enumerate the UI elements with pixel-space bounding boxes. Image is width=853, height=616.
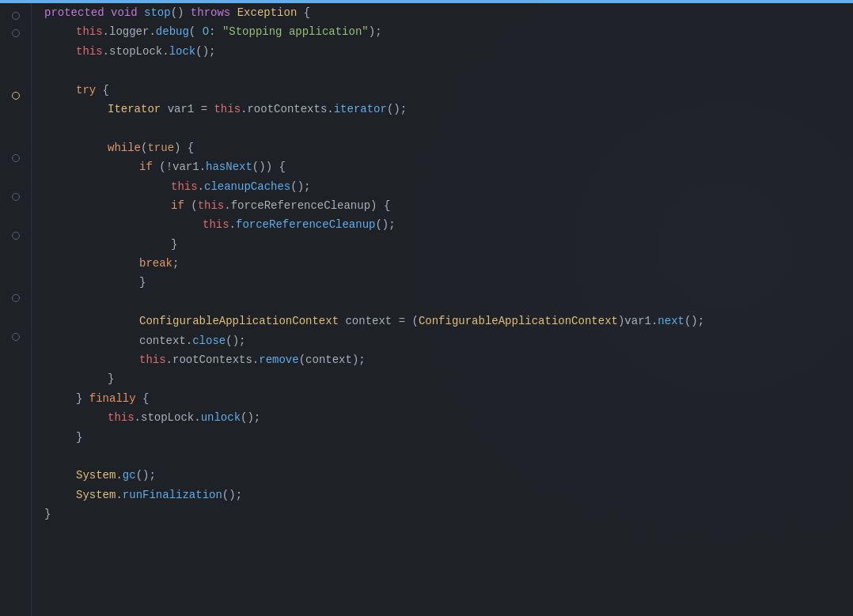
token-semi7: ();	[684, 312, 704, 330]
token-debug: debug	[156, 23, 189, 40]
token-dot10: .	[229, 216, 236, 233]
token-var1-3: var1	[624, 312, 651, 330]
token-this6: this	[203, 216, 229, 233]
token-dot13: .	[166, 351, 172, 368]
token-dot9: .	[224, 197, 230, 214]
top-bar	[0, 0, 853, 3]
code-line-15: }	[44, 273, 853, 292]
token-dot14: .	[252, 351, 259, 368]
code-line-18: context.close();	[44, 331, 853, 350]
token-paren10: (	[299, 351, 305, 368]
token-if1: if	[139, 158, 159, 176]
token-semi1: );	[369, 23, 382, 40]
token-stop: stop	[144, 4, 171, 21]
token-not: !	[166, 158, 172, 176]
token-dot11: .	[651, 312, 658, 330]
gutter-icon-2	[9, 27, 22, 40]
token-void: void	[111, 4, 144, 21]
token-next: next	[658, 312, 684, 330]
token-brace-final: }	[44, 505, 51, 523]
token-dot7: .	[199, 158, 206, 176]
token-protected: protected	[44, 4, 111, 21]
code-line-23: }	[44, 428, 853, 447]
token-dot15: .	[135, 409, 141, 426]
token-colon1: :	[209, 23, 222, 40]
token-dot3: .	[103, 43, 109, 60]
token-dot6: .	[327, 100, 333, 118]
token-brace5: }	[139, 274, 146, 291]
token-this7: this	[139, 351, 166, 368]
token-cleanupcaches: cleanupCaches	[204, 178, 290, 195]
token-finally: finally	[89, 390, 142, 407]
token-dot5: .	[241, 100, 247, 118]
token-iterator: Iterator	[108, 100, 168, 118]
code-line-20: }	[44, 369, 853, 388]
token-semi12: ();	[222, 486, 242, 504]
code-line-24	[44, 447, 853, 466]
token-dot16: .	[194, 409, 200, 426]
token-eq2: =	[399, 312, 412, 330]
code-line-17: ConfigurableApplicationContext context =…	[44, 312, 853, 331]
code-area[interactable]: protected void stop() throws Exception {…	[32, 0, 853, 616]
token-dot2: .	[149, 23, 155, 40]
token-brace8: {	[142, 390, 149, 407]
token-this1: this	[76, 23, 103, 40]
code-line-16	[44, 293, 853, 312]
token-iterator: iterator	[334, 100, 387, 118]
token-context3: context	[305, 351, 352, 368]
code-line-9: if (!var1.hasNext()) {	[44, 157, 853, 176]
code-line-25: System.gc();	[44, 466, 853, 485]
token-this8: this	[108, 409, 135, 426]
token-var1: var1	[168, 100, 201, 118]
token-brace2: {	[103, 81, 109, 99]
token-lock: lock	[169, 43, 196, 60]
token-this3: this	[214, 100, 241, 118]
token-paren6: ()) {	[252, 158, 286, 176]
token-while: while	[108, 139, 141, 157]
token-this4: this	[171, 178, 198, 195]
token-configurableac2: ConfigurableApplicationContext	[419, 312, 618, 330]
code-line-14: break;	[44, 254, 853, 273]
token-try: try	[76, 81, 103, 99]
token-gc: gc	[123, 467, 136, 484]
token-string1: "Stopping application"	[222, 23, 369, 40]
token-paren5: (	[159, 158, 165, 176]
token-stoplock1: stopLock	[109, 43, 162, 60]
code-line-13: }	[44, 235, 853, 254]
token-rootcontexts1: rootContexts	[247, 100, 327, 118]
code-line-7	[44, 119, 853, 138]
token-dot8: .	[198, 178, 204, 195]
token-brace3: ) {	[370, 197, 390, 214]
token-semi4: ();	[290, 178, 310, 195]
code-line-4	[44, 61, 853, 80]
token-paren9: )	[618, 312, 624, 330]
token-semi11: ();	[136, 467, 156, 484]
token-configurableac: ConfigurableApplicationContext	[139, 312, 345, 330]
code-line-2: this.logger.debug( O: "Stopping applicat…	[44, 22, 853, 41]
gutter-icon-7	[9, 292, 22, 304]
token-paren3: (	[141, 139, 147, 157]
token-semi5: ();	[375, 216, 395, 233]
token-paren7: (	[191, 197, 197, 214]
token-semi9: );	[352, 351, 366, 368]
token-runfinalization: runFinalization	[123, 486, 222, 504]
token-context1: context	[345, 312, 398, 330]
token-brace4: }	[171, 236, 177, 253]
token-true: true	[147, 139, 174, 157]
code-line-19: this.rootContexts.remove(context);	[44, 350, 853, 369]
code-line-3: this.stopLock.lock();	[44, 42, 853, 61]
gutter-icon-8	[9, 331, 22, 343]
token-semi3: ();	[387, 100, 407, 118]
token-remove: remove	[259, 351, 298, 368]
token-paren2: (	[189, 23, 203, 40]
token-brace1: {	[304, 4, 310, 21]
token-o: O	[203, 23, 209, 40]
code-line-21: } finally {	[44, 389, 853, 408]
gutter-icon-5	[9, 191, 22, 203]
token-paren8: (	[411, 312, 418, 330]
gutter-icon-1	[9, 9, 22, 22]
token-paren1: ()	[171, 4, 191, 21]
code-line-11: if (this.forceReferenceCleanup) {	[44, 196, 853, 215]
token-hasnext: hasNext	[206, 158, 252, 176]
token-brace7: }	[76, 390, 89, 407]
